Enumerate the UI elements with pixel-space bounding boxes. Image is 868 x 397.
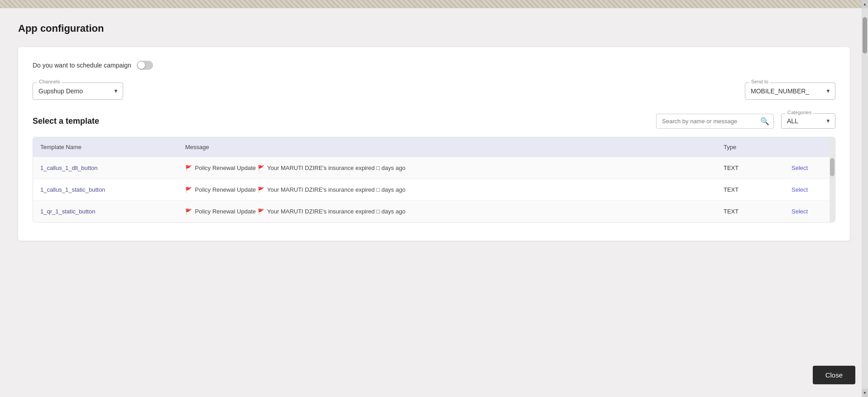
schedule-toggle[interactable] [137, 61, 153, 70]
close-button[interactable]: Close [813, 366, 855, 384]
row1-select-cell: Select [791, 165, 828, 171]
row2-select-cell: Select [791, 186, 828, 193]
row3-icon1: 🚩 [185, 208, 192, 215]
row3-message: 🚩 Policy Renewal Update 🚩 Your MARUTI DZ… [185, 208, 724, 215]
template-section: Select a template 🔍 Categories ALL ▼ [33, 113, 835, 223]
categories-label: Categories [786, 110, 813, 115]
schedule-row: Do you want to schedule campaign [33, 61, 835, 70]
col-message: Message [185, 144, 724, 150]
table-scroll-thumb [830, 158, 834, 176]
row2-name: 1_callus_1_static_button [40, 186, 185, 193]
row3-type: TEXT [724, 208, 791, 215]
categories-select-wrapper: ALL ▼ [781, 113, 835, 129]
page-scrollbar: ▲ ▼ [862, 0, 868, 397]
toggle-knob [138, 62, 145, 69]
table-row: 1_callus_1_static_button 🚩 Policy Renewa… [33, 179, 835, 200]
template-table: Template Name Message Type 1_callus_1_dl… [33, 137, 835, 223]
top-decoration [0, 0, 868, 8]
scroll-arrow-up-icon[interactable]: ▲ [862, 0, 868, 8]
channels-field: Channels Gupshup Demo ▼ [33, 82, 123, 100]
row1-name: 1_callus_1_dlt_button [40, 165, 185, 171]
row1-icon1: 🚩 [185, 165, 192, 171]
row2-select-button[interactable]: Select [791, 186, 808, 193]
row3-select-cell: Select [791, 208, 828, 215]
row2-message: 🚩 Policy Renewal Update 🚩 Your MARUTI DZ… [185, 186, 724, 193]
send-to-select[interactable]: MOBILE_NUMBER_ [745, 82, 835, 100]
channels-select[interactable]: Gupshup Demo [33, 82, 123, 100]
channels-label: Channels [37, 79, 62, 84]
row1-type: TEXT [724, 165, 791, 171]
page-container: App configuration Do you want to schedul… [0, 8, 868, 397]
table-row: 1_callus_1_dlt_button 🚩 Policy Renewal U… [33, 157, 835, 179]
row2-type: TEXT [724, 186, 791, 193]
table-row: 1_qr_1_static_button 🚩 Policy Renewal Up… [33, 200, 835, 222]
row3-select-button[interactable]: Select [791, 208, 808, 215]
send-to-field: Send to MOBILE_NUMBER_ ▼ [745, 82, 835, 100]
col-type: Type [724, 144, 791, 150]
template-section-title: Select a template [33, 116, 99, 126]
scroll-arrow-down-icon[interactable]: ▼ [862, 389, 868, 397]
col-template-name: Template Name [40, 144, 185, 150]
row1-select-button[interactable]: Select [791, 165, 808, 171]
main-card: Do you want to schedule campaign Channel… [18, 47, 850, 241]
row1-icon2: 🚩 [258, 165, 264, 171]
search-icon: 🔍 [760, 117, 769, 126]
template-controls: 🔍 Categories ALL ▼ [656, 113, 835, 129]
send-to-label: Send to [749, 79, 770, 84]
row3-icon2: 🚩 [258, 208, 264, 215]
categories-select[interactable]: ALL [781, 113, 835, 129]
row3-name: 1_qr_1_static_button [40, 208, 185, 215]
row2-icon2: 🚩 [258, 187, 264, 193]
row1-message: 🚩 Policy Renewal Update 🚩 Your MARUTI DZ… [185, 165, 724, 171]
col-action [791, 144, 828, 150]
search-input[interactable] [656, 114, 774, 129]
page-title: App configuration [18, 23, 850, 34]
schedule-label: Do you want to schedule campaign [33, 62, 131, 69]
template-header: Select a template 🔍 Categories ALL ▼ [33, 113, 835, 129]
table-header: Template Name Message Type [33, 137, 835, 157]
row2-icon1: 🚩 [185, 187, 192, 193]
categories-wrapper: Categories ALL ▼ [781, 113, 835, 129]
table-scrollbar[interactable] [830, 137, 835, 222]
form-row: Channels Gupshup Demo ▼ Send to MOBILE_N… [33, 82, 835, 100]
page-scroll-thumb[interactable] [863, 17, 867, 53]
search-wrapper: 🔍 [656, 114, 774, 129]
